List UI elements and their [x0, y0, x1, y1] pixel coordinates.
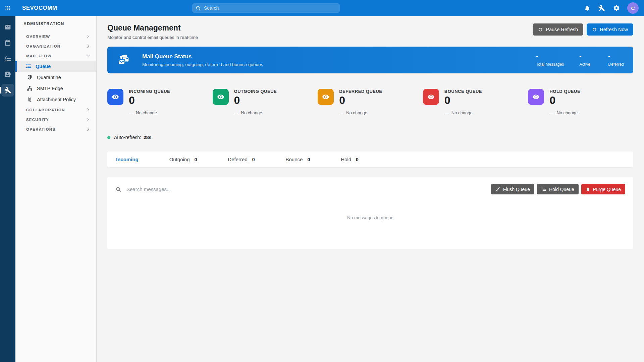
tab-incoming[interactable]: Incoming — [116, 152, 150, 167]
chevron-right-icon — [86, 44, 90, 48]
app-rail — [0, 16, 15, 362]
search-icon — [196, 5, 201, 11]
top-bar: SEVOCOMM C — [0, 0, 644, 16]
sidebar-item-quarantine[interactable]: Quarantine — [15, 72, 96, 83]
brand-logo: SEVOCOMM — [22, 5, 57, 11]
administration-tools-icon[interactable] — [1, 84, 14, 97]
queue-tabs: Incoming Outgoing 0 Deferred 0 Bounce 0 … — [107, 152, 633, 167]
status-dot — [107, 136, 110, 139]
empty-queue-message: No messages in queue — [115, 215, 625, 220]
hold-queue-button[interactable]: Hold Queue — [537, 184, 579, 194]
banner-subtitle: Monitoring incoming, outgoing, deferred … — [142, 62, 263, 67]
auto-refresh-status: Auto-refresh: 28s — [107, 135, 633, 140]
banner-title: Mail Queue Status — [142, 53, 263, 60]
trash-icon — [586, 187, 590, 192]
bounce-queue-card: BOUNCE QUEUE 0 —No change — [423, 89, 528, 115]
eye-icon — [318, 89, 334, 105]
sidebar-group-collaboration[interactable]: COLLABORATION — [15, 105, 96, 115]
stat-deferred: - Deferred — [608, 53, 624, 67]
admin-sidebar: ADMINISTRATION OVERVIEW ORGANIZATION MAI… — [15, 16, 97, 362]
tab-count: 0 — [356, 157, 359, 162]
chevron-right-icon — [86, 127, 90, 131]
queue-list-icon — [25, 63, 31, 69]
admin-tools-icon[interactable] — [598, 4, 606, 12]
eye-icon — [423, 89, 439, 105]
pause-refresh-button[interactable]: Pause Refresh — [533, 23, 583, 36]
sidebar-group-mail-flow[interactable]: MAIL FLOW — [15, 51, 96, 61]
brush-icon — [495, 187, 500, 192]
message-search[interactable] — [115, 186, 491, 192]
auto-refresh-value: 28s — [144, 135, 151, 140]
queue-messages-panel: Flush Queue Hold Queue Purge Queue No me… — [107, 177, 633, 249]
main-content: Queue Management Monitor and control ema… — [97, 16, 644, 362]
mail-icon[interactable] — [1, 21, 14, 34]
mail-queue-status-banner: Mail Queue Status Monitoring incoming, o… — [107, 47, 633, 73]
network-hub-icon — [27, 85, 33, 91]
global-search-input[interactable] — [204, 5, 336, 11]
search-icon — [115, 186, 121, 192]
notifications-bell-icon[interactable] — [583, 4, 591, 12]
stat-total-messages: - Total Messages — [536, 53, 564, 67]
sidebar-group-overview[interactable]: OVERVIEW — [15, 32, 96, 41]
page-title: Queue Management — [107, 23, 198, 33]
outgoing-queue-card: OUTGOING QUEUE 0 —No change — [213, 89, 318, 115]
app-grid-icon[interactable] — [0, 0, 15, 16]
sidebar-group-security[interactable]: SECURITY — [15, 115, 96, 124]
page-subtitle: Monitor and control email queues in real… — [107, 35, 198, 40]
chevron-right-icon — [86, 117, 90, 122]
calendar-icon[interactable] — [1, 37, 14, 49]
flush-queue-button[interactable]: Flush Queue — [491, 184, 534, 194]
chevron-right-icon — [86, 108, 90, 112]
sidebar-item-queue[interactable]: Queue — [15, 61, 96, 72]
shield-icon — [27, 74, 33, 80]
refresh-now-button[interactable]: Refresh Now — [587, 23, 633, 36]
tab-count: 0 — [195, 157, 197, 162]
sidebar-section-title: ADMINISTRATION — [15, 21, 96, 26]
incoming-queue-card: INCOMING QUEUE 0 —No change — [107, 89, 213, 115]
paperclip-icon — [27, 97, 33, 102]
eye-icon — [107, 89, 123, 105]
hold-queue-card: HOLD QUEUE 0 —No change — [528, 89, 633, 115]
tab-outgoing[interactable]: Outgoing 0 — [169, 152, 209, 167]
sidebar-item-attachment-policy[interactable]: Attachment Policy — [15, 94, 96, 105]
stat-active: - Active — [579, 53, 593, 67]
queue-cards-row: INCOMING QUEUE 0 —No change OUTGOING QUE… — [107, 89, 633, 115]
mail-stack-icon — [117, 53, 131, 67]
eye-icon — [528, 89, 544, 105]
eye-icon — [213, 89, 229, 105]
contacts-icon[interactable] — [1, 68, 14, 81]
chevron-right-icon — [86, 34, 90, 39]
tab-bounce[interactable]: Bounce 0 — [286, 152, 322, 167]
chevron-down-icon — [86, 54, 90, 58]
tab-deferred[interactable]: Deferred 0 — [228, 152, 266, 167]
tasks-checklist-icon[interactable] — [1, 52, 14, 65]
deferred-queue-card: DEFERRED QUEUE 0 —No change — [318, 89, 423, 115]
sidebar-group-organization[interactable]: ORGANIZATION — [15, 41, 96, 51]
user-avatar[interactable]: C — [627, 2, 639, 14]
sidebar-group-operations[interactable]: OPERATIONS — [15, 124, 96, 134]
refresh-icon — [538, 27, 543, 32]
message-search-input[interactable] — [126, 186, 271, 192]
numbered-list-icon — [541, 187, 546, 192]
tab-count: 0 — [252, 157, 255, 162]
refresh-icon — [592, 27, 597, 32]
tab-count: 0 — [307, 157, 310, 162]
global-search[interactable] — [192, 3, 340, 13]
sidebar-item-smtp-edge[interactable]: SMTP Edge — [15, 83, 96, 94]
tab-hold[interactable]: Hold 0 — [341, 152, 370, 167]
settings-gear-icon[interactable] — [612, 4, 621, 12]
purge-queue-button[interactable]: Purge Queue — [581, 184, 625, 194]
